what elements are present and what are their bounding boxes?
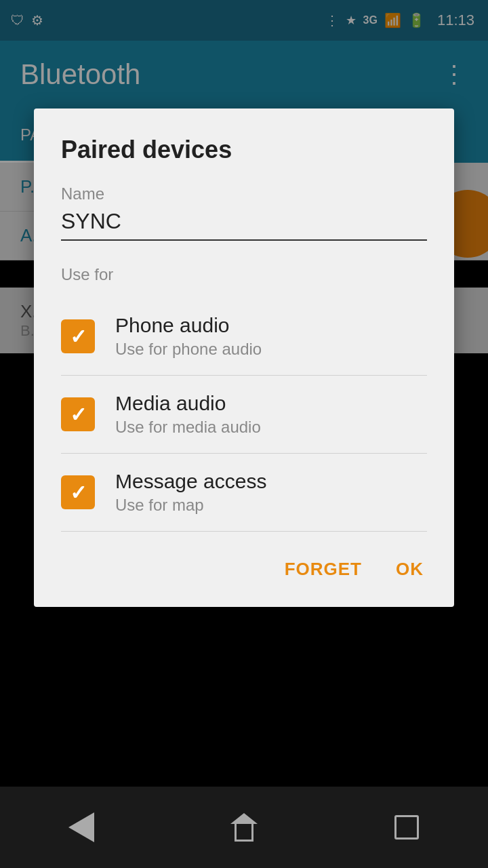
recents-button[interactable] [380,800,434,854]
recents-icon [394,815,419,840]
message-access-title: Message access [115,470,266,493]
dialog-buttons: FORGET OK [61,552,427,587]
use-for-label: Use for [61,265,427,284]
option-message-access[interactable]: ✓ Message access Use for map [61,454,427,532]
message-access-text: Message access Use for map [115,470,266,515]
back-icon [68,812,94,842]
back-button[interactable] [54,800,108,854]
message-access-check-icon: ✓ [70,481,87,505]
full-page: 🛡 ⚙ ⋮ ★ 3G 📶 🔋 11:13 Bluetooth ⋮ PAIRED … [0,0,488,868]
dialog-title: Paired devices [61,136,427,164]
message-access-subtitle: Use for map [115,496,266,515]
media-audio-checkbox[interactable]: ✓ [61,397,95,431]
media-audio-title: Media audio [115,392,261,415]
phone-audio-checkbox[interactable]: ✓ [61,319,95,353]
ok-button[interactable]: OK [392,552,427,587]
message-access-checkbox[interactable]: ✓ [61,475,95,509]
media-audio-check-icon: ✓ [70,403,87,427]
nav-bar [0,787,488,868]
dialog-overlay: Paired devices Name Use for ✓ Phone audi… [0,0,488,746]
phone-audio-title: Phone audio [115,314,262,337]
phone-audio-check-icon: ✓ [70,325,87,349]
media-audio-subtitle: Use for media audio [115,418,261,437]
phone-audio-text: Phone audio Use for phone audio [115,314,262,359]
name-label: Name [61,184,427,203]
home-button[interactable] [217,800,271,854]
option-phone-audio[interactable]: ✓ Phone audio Use for phone audio [61,298,427,376]
paired-devices-dialog: Paired devices Name Use for ✓ Phone audi… [34,108,454,607]
option-media-audio[interactable]: ✓ Media audio Use for media audio [61,376,427,454]
forget-button[interactable]: FORGET [281,552,365,587]
phone-audio-subtitle: Use for phone audio [115,340,262,359]
media-audio-text: Media audio Use for media audio [115,392,261,437]
device-name-input[interactable] [61,209,427,241]
